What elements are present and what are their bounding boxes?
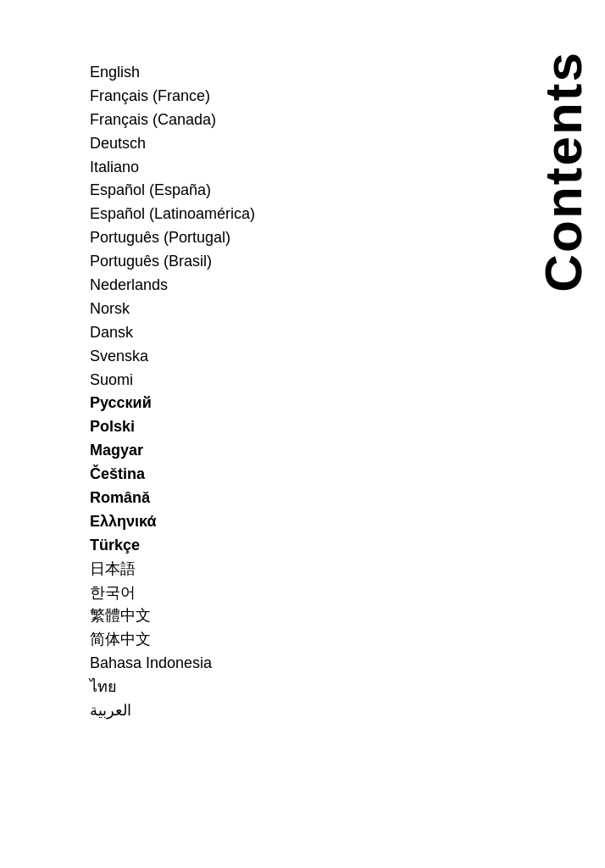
list-item[interactable]: 繁體中文 [90, 604, 255, 628]
list-item[interactable]: Polski [90, 415, 255, 439]
list-item[interactable]: Română [90, 487, 255, 510]
list-item[interactable]: 简体中文 [90, 628, 255, 652]
list-item[interactable]: Français (France) [90, 85, 255, 108]
language-list: EnglishFrançais (France)Français (Canada… [90, 61, 255, 723]
list-item[interactable]: العربية [90, 699, 255, 723]
list-item[interactable]: Svenska [90, 345, 255, 369]
list-item[interactable]: ไทย [90, 676, 255, 699]
list-item[interactable]: 한국어 [90, 581, 255, 605]
list-item[interactable]: Português (Brasil) [90, 250, 255, 274]
list-item[interactable]: Suomi [90, 369, 255, 392]
list-item[interactable]: Português (Portugal) [90, 226, 255, 250]
page-container: Contents EnglishFrançais (France)Françai… [0, 0, 605, 868]
list-item[interactable]: Deutsch [90, 132, 255, 156]
list-item[interactable]: Français (Canada) [90, 108, 255, 132]
list-item[interactable]: Bahasa Indonesia [90, 652, 255, 676]
list-item[interactable]: Русский [90, 392, 255, 415]
list-item[interactable]: Ελληνικά [90, 510, 255, 534]
list-item[interactable]: Nederlands [90, 274, 255, 298]
contents-title: Contents [537, 51, 590, 292]
list-item[interactable]: Español (España) [90, 179, 255, 203]
list-item[interactable]: Dansk [90, 321, 255, 345]
list-item[interactable]: English [90, 61, 255, 85]
list-item[interactable]: Español (Latinoamérica) [90, 203, 255, 226]
list-item[interactable]: Norsk [90, 298, 255, 321]
list-item[interactable]: Italiano [90, 156, 255, 180]
list-item[interactable]: Čeština [90, 463, 255, 487]
list-item[interactable]: Magyar [90, 439, 255, 463]
list-item[interactable]: 日本語 [90, 558, 255, 581]
list-item[interactable]: Türkçe [90, 534, 255, 558]
